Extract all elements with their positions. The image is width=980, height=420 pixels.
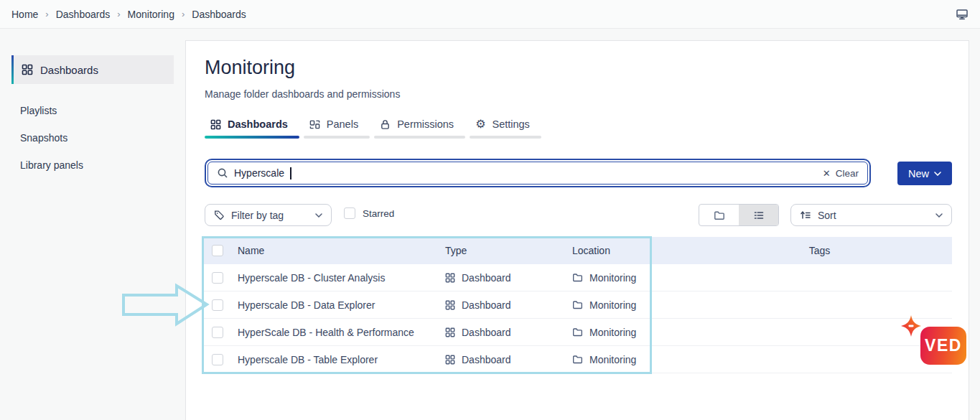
- chevron-down-icon: [934, 172, 941, 176]
- list-icon: [753, 210, 765, 221]
- clear-search-button[interactable]: ✕ Clear: [823, 168, 859, 179]
- grid-icon: [445, 273, 455, 283]
- folder-view-button[interactable]: [699, 205, 739, 225]
- search-input[interactable]: Hyperscale ✕ Clear: [207, 162, 868, 185]
- folder-icon: [572, 299, 583, 310]
- breadcrumb-separator: ›: [117, 9, 120, 19]
- close-icon: ✕: [823, 168, 831, 179]
- table-row: Hyperscale DB - Table Explorer Dashboard…: [202, 346, 952, 373]
- type-label: Dashboard: [462, 299, 511, 311]
- view-toggle: [699, 204, 779, 226]
- chevron-down-icon: [315, 213, 322, 218]
- grid-icon: [445, 355, 455, 365]
- tab-permissions[interactable]: Permissions: [374, 118, 465, 139]
- tag-filter-label: Filter by tag: [231, 210, 284, 221]
- ved-logo: VED: [920, 327, 966, 365]
- dashboard-link[interactable]: Hyperscale DB - Data Explorer: [238, 299, 445, 311]
- tab-settings[interactable]: ⚙ Settings: [470, 118, 541, 139]
- location-link[interactable]: Monitoring: [589, 354, 636, 365]
- location-link[interactable]: Monitoring: [589, 327, 636, 338]
- lock-icon: [380, 119, 391, 130]
- sidebar-item-library-panels[interactable]: Library panels: [20, 157, 83, 173]
- table-row: HyperScale DB - Health & Performance Das…: [202, 319, 952, 346]
- gear-icon: ⚙: [475, 119, 485, 129]
- clear-label: Clear: [836, 168, 859, 179]
- sidebar-item-dashboards[interactable]: Dashboards: [11, 55, 174, 84]
- select-all-checkbox[interactable]: [212, 245, 223, 256]
- column-header-location: Location: [572, 245, 687, 256]
- grid-icon: [445, 300, 455, 310]
- breadcrumb-dashboards[interactable]: Dashboards: [56, 9, 111, 20]
- type-label: Dashboard: [462, 354, 511, 365]
- sort-label: Sort: [818, 210, 836, 221]
- dashboard-link[interactable]: Hyperscale DB - Table Explorer: [238, 354, 445, 365]
- starred-filter: Starred: [344, 207, 394, 219]
- tab-label: Panels: [327, 118, 358, 130]
- folder-detail-panel: Monitoring Manage folder dashboards and …: [185, 40, 969, 420]
- sort-icon: [800, 210, 811, 220]
- dashboard-table: Name Type Location Tags Hyperscale DB - …: [202, 237, 952, 373]
- type-label: Dashboard: [462, 272, 511, 284]
- row-checkbox[interactable]: [212, 327, 223, 338]
- dashboard-link[interactable]: HyperScale DB - Health & Performance: [238, 327, 445, 338]
- tab-label: Dashboards: [228, 118, 288, 130]
- sidebar-item-playlists[interactable]: Playlists: [20, 103, 57, 118]
- location-link[interactable]: Monitoring: [589, 272, 636, 284]
- dashboard-link[interactable]: Hyperscale DB - Cluster Analysis: [238, 272, 445, 284]
- folder-icon: [714, 210, 725, 221]
- row-checkbox[interactable]: [212, 354, 223, 365]
- folder-icon: [572, 272, 583, 283]
- breadcrumb: Home › Dashboards › Monitoring › Dashboa…: [11, 9, 246, 20]
- type-label: Dashboard: [462, 327, 511, 338]
- sparkle-icon: [900, 314, 922, 337]
- folder-icon: [572, 327, 583, 337]
- column-header-type: Type: [445, 245, 572, 256]
- new-button[interactable]: New: [897, 162, 952, 185]
- tag-icon: [214, 210, 225, 220]
- starred-label: Starred: [363, 208, 394, 219]
- breadcrumb-separator: ›: [182, 9, 185, 19]
- tab-label: Settings: [492, 118, 529, 130]
- search-input-wrapper: Hyperscale ✕ Clear: [205, 159, 871, 187]
- breadcrumb-monitoring[interactable]: Monitoring: [128, 9, 174, 20]
- panels-icon: [309, 119, 320, 130]
- text-caret: [290, 167, 291, 179]
- row-checkbox[interactable]: [212, 272, 223, 284]
- breadcrumb-dashboards-leaf[interactable]: Dashboards: [192, 9, 246, 20]
- grid-icon: [210, 119, 221, 130]
- sidebar-item-snapshots[interactable]: Snapshots: [20, 130, 67, 146]
- tab-label: Permissions: [397, 118, 454, 130]
- tag-filter-select[interactable]: Filter by tag: [205, 204, 332, 226]
- breadcrumb-separator: ›: [45, 9, 48, 19]
- sidebar-item-label: Dashboards: [40, 64, 98, 76]
- grid-icon: [22, 64, 33, 75]
- tab-panels[interactable]: Panels: [304, 118, 370, 139]
- page-title: Monitoring: [205, 57, 295, 79]
- tab-dashboards[interactable]: Dashboards: [205, 118, 299, 139]
- table-row: Hyperscale DB - Cluster Analysis Dashboa…: [202, 264, 952, 291]
- tab-bar: Dashboards Panels Permissions: [205, 118, 541, 139]
- grid-icon: [445, 327, 455, 337]
- column-header-name: Name: [238, 245, 445, 256]
- search-value: Hyperscale: [234, 167, 284, 179]
- location-link[interactable]: Monitoring: [589, 299, 636, 311]
- page-subtitle: Manage folder dashboards and permissions: [205, 88, 400, 100]
- row-checkbox[interactable]: [212, 299, 223, 311]
- chevron-down-icon: [935, 213, 943, 218]
- starred-checkbox[interactable]: [344, 207, 355, 219]
- new-button-label: New: [908, 168, 929, 179]
- sort-select[interactable]: Sort: [790, 204, 952, 226]
- table-header-row: Name Type Location Tags: [202, 237, 952, 264]
- ved-logo-text: VED: [925, 336, 962, 355]
- top-bar: Home › Dashboards › Monitoring › Dashboa…: [0, 0, 980, 29]
- folder-icon: [572, 354, 583, 365]
- monitor-icon[interactable]: [956, 8, 969, 21]
- table-row: Hyperscale DB - Data Explorer Dashboard …: [202, 291, 952, 319]
- list-view-button[interactable]: [739, 205, 778, 225]
- column-header-tags: Tags: [687, 245, 952, 256]
- breadcrumb-home[interactable]: Home: [11, 9, 38, 20]
- search-icon: [217, 167, 228, 179]
